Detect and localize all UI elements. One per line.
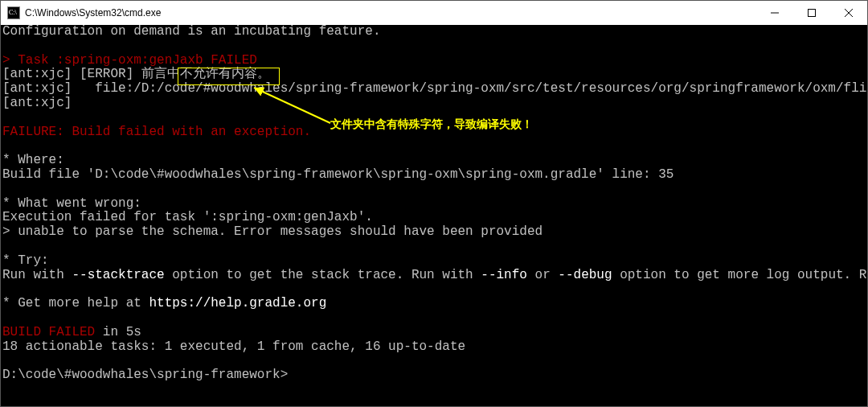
console-content: Configuration on demand is an incubating…: [2, 25, 867, 383]
line: * What went wrong:: [2, 196, 141, 211]
prompt: D:\code\#woodwhales\spring-framework>: [2, 368, 288, 382]
line: * Try:: [2, 253, 49, 268]
line: [ant:xjc] [ERROR] 前言中不允许有内容。: [2, 67, 270, 81]
line: [ant:xjc]: [2, 96, 72, 110]
line: or: [527, 268, 558, 282]
line: in 5s: [95, 325, 141, 339]
line: [ant:xjc] file:/D:/code/#woodwhales/spri…: [2, 81, 867, 96]
window-title: C:\Windows\System32\cmd.exe: [25, 7, 161, 18]
opt: --info: [481, 268, 527, 282]
titlebar[interactable]: C:\ C:\Windows\System32\cmd.exe: [1, 1, 867, 25]
build-failed: BUILD FAILED: [2, 325, 95, 339]
close-button[interactable]: [830, 1, 867, 25]
line: * Get more help at: [2, 296, 149, 310]
line: * Where:: [2, 153, 64, 167]
maximize-button[interactable]: [793, 1, 830, 25]
opt: --stacktrace: [72, 268, 164, 282]
line: 18 actionable tasks: 1 executed, 1 from …: [2, 339, 465, 354]
line: Execution failed for task ':spring-oxm:g…: [2, 210, 373, 224]
svg-rect-3: [809, 10, 816, 17]
opt: --debug: [558, 268, 612, 282]
console-area[interactable]: Configuration on demand is an incubating…: [1, 25, 867, 406]
line: option to get the stack trace. Run with: [165, 268, 481, 282]
task-line: Task :spring-oxm:genJaxb FAILED: [18, 53, 257, 68]
line: Configuration on demand is an incubating…: [2, 25, 380, 39]
cmd-window: C:\ C:\Windows\System32\cmd.exe Configur…: [0, 0, 868, 407]
svg-text:C:\: C:\: [9, 9, 18, 16]
minimize-button[interactable]: [756, 1, 793, 25]
help-url: https://help.gradle.org: [149, 296, 326, 310]
task-line-prefix: >: [2, 53, 18, 68]
line: Run with: [2, 268, 72, 282]
line: option to get more log output. Run with: [612, 268, 867, 282]
cmd-icon: C:\: [7, 6, 20, 19]
line: Build file 'D:\code\#woodwhales\spring-f…: [2, 167, 674, 182]
failure-line: FAILURE: Build failed with an exception.: [2, 125, 311, 139]
line: > unable to parse the schema. Error mess…: [2, 224, 542, 239]
